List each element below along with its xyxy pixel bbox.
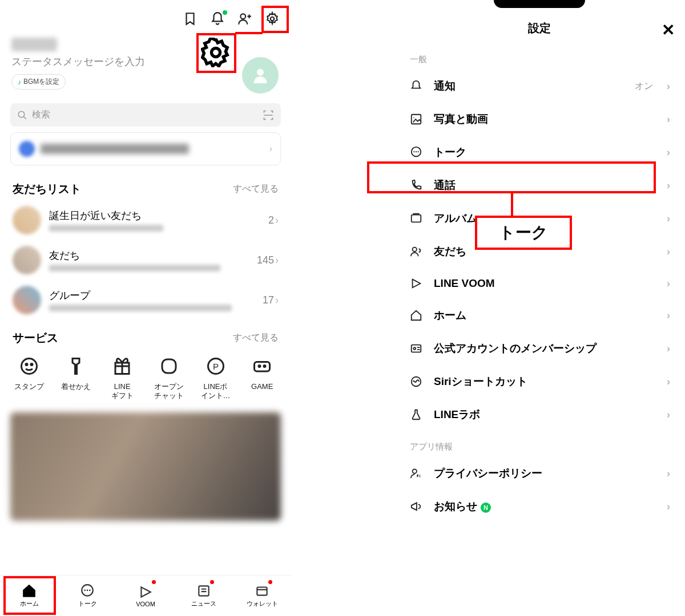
service-stamp[interactable]: スタンプ: [8, 354, 50, 400]
svg-rect-21: [412, 215, 421, 222]
bgm-label: BGMを設定: [23, 77, 59, 87]
home-icon: [409, 309, 424, 322]
svg-point-3: [18, 111, 25, 117]
service-game[interactable]: GAME: [241, 354, 283, 400]
svg-rect-11: [255, 362, 270, 372]
svg-point-12: [259, 366, 260, 367]
svg-point-2: [257, 69, 264, 75]
settings-row-siri[interactable]: Siriショートカット›: [394, 365, 685, 398]
annotation-connector: [235, 32, 263, 34]
friend-list-title: 友だちリスト: [13, 181, 81, 197]
settings-row-privacy[interactable]: iプライバシーポリシー›: [394, 457, 685, 490]
bell-icon: [409, 80, 424, 92]
chat-icon: [409, 146, 424, 159]
settings-row-home[interactable]: ホーム›: [394, 299, 685, 332]
svg-point-22: [413, 248, 417, 252]
annotation-talk-label: トーク: [499, 222, 548, 244]
services-grid: スタンプ 着せかえ LINE ギフト オープン チャット PLINEポ イント……: [0, 349, 291, 404]
chevron-right-icon: ›: [269, 144, 272, 154]
friend-list-see-all[interactable]: すべて見る: [233, 183, 279, 195]
friend-row-groups[interactable]: グループ 17›: [0, 280, 291, 320]
svg-point-0: [240, 14, 245, 19]
bookmark-icon[interactable]: [183, 11, 198, 26]
tab-news[interactable]: ニュース: [175, 576, 233, 616]
friend-row-friends[interactable]: 友だち 145›: [0, 240, 291, 280]
add-friend-icon[interactable]: [237, 11, 252, 26]
status-message[interactable]: ステータスメッセージを入力: [11, 55, 280, 68]
new-badge: N: [481, 502, 491, 513]
privacy-icon: i: [409, 467, 424, 480]
section-general-label: 一般: [394, 44, 685, 70]
device-notch: [394, 0, 685, 13]
service-openchat[interactable]: オープン チャット: [148, 354, 190, 400]
settings-title: 設定: [528, 21, 551, 36]
svg-point-24: [413, 347, 416, 350]
svg-rect-16: [257, 587, 267, 595]
bgm-button[interactable]: ♪BGMを設定: [11, 74, 66, 90]
settings-row-notification[interactable]: 通知オン›: [394, 70, 685, 103]
tab-talk[interactable]: トーク: [58, 576, 116, 616]
svg-text:P: P: [213, 362, 219, 371]
services-see-all[interactable]: すべて見る: [233, 332, 279, 344]
flask-icon: [409, 408, 424, 421]
home-screen: ステータスメッセージを入力 ♪BGMを設定 検索 › 友だちリスト すべて見る …: [0, 0, 291, 616]
siri-icon: [409, 375, 424, 388]
tab-voom[interactable]: VOOM: [116, 576, 175, 616]
album-icon: [409, 212, 424, 225]
search-placeholder: 検索: [32, 109, 50, 121]
announce-icon: [409, 500, 424, 513]
search-bar[interactable]: 検索: [10, 103, 281, 127]
svg-point-4: [21, 359, 37, 374]
notification-dot: [223, 10, 227, 15]
service-gift[interactable]: LINE ギフト: [101, 354, 143, 400]
svg-point-5: [26, 364, 27, 366]
annotation-talk-label-box: トーク: [475, 216, 572, 250]
service-theme[interactable]: 着せかえ: [55, 354, 97, 400]
avatar[interactable]: [242, 57, 279, 94]
service-point[interactable]: PLINEポ イント…: [195, 354, 237, 400]
settings-screen: 設定 ✕ 一般 通知オン› 写真と動画› トーク› 通話› アルバム› 友だち›…: [394, 0, 685, 616]
annotation-talk-connector: [511, 193, 513, 217]
bell-icon[interactable]: [210, 11, 225, 26]
annotation-gear-zoom-box: [196, 33, 236, 73]
image-icon: [409, 113, 424, 125]
settings-row-voom[interactable]: LINE VOOM›: [394, 268, 685, 299]
member-icon: [409, 342, 424, 355]
banner-image[interactable]: [10, 412, 281, 521]
svg-point-13: [264, 366, 265, 367]
settings-row-labs[interactable]: LINEラボ›: [394, 398, 685, 431]
section-app-label: アプリ情報: [394, 431, 685, 457]
svg-text:i: i: [420, 473, 421, 479]
voom-icon: [409, 277, 424, 290]
annotation-gear-highlight: [261, 6, 289, 33]
close-icon[interactable]: ✕: [662, 21, 675, 39]
services-title: サービス: [13, 330, 58, 346]
svg-rect-8: [162, 359, 176, 373]
tab-wallet[interactable]: ウォレット: [233, 576, 291, 616]
recommendation-card[interactable]: ›: [10, 132, 281, 165]
friend-icon: [409, 245, 424, 258]
profile-name-blurred: [11, 38, 57, 51]
qr-scan-icon[interactable]: [263, 110, 274, 121]
annotation-home-tab-highlight: [3, 576, 56, 615]
svg-point-6: [31, 364, 33, 366]
annotation-talk-highlight: [367, 161, 656, 193]
svg-point-26: [413, 469, 417, 473]
settings-row-announce[interactable]: お知らせN›: [394, 490, 685, 523]
settings-row-membership[interactable]: 公式アカウントのメンバーシップ›: [394, 332, 685, 365]
friend-row-birthday[interactable]: 誕生日が近い友だち 2›: [0, 200, 291, 240]
settings-row-photovideo[interactable]: 写真と動画›: [394, 103, 685, 136]
